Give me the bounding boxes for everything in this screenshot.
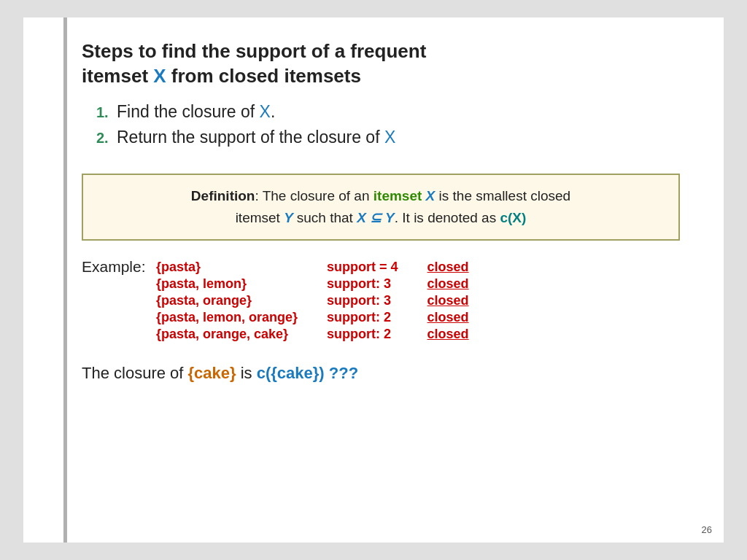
page-number: 26 <box>702 524 712 535</box>
example-table: {pasta} support = 4 closed {pasta, lemon… <box>156 260 469 342</box>
row-2-support: support: 3 <box>327 293 398 308</box>
step-2: 2. Return the support of the closure of … <box>96 128 680 147</box>
def-text2: is the smallest closed <box>439 188 571 203</box>
row-4-support: support: 2 <box>327 327 398 342</box>
definition-box: Definition: The closure of an itemset X … <box>82 174 680 241</box>
row-0-itemset: {pasta} <box>156 260 298 275</box>
closure-set: {cake} <box>188 364 236 382</box>
title-part2: itemset <box>82 65 153 87</box>
step-2-x: X <box>384 128 395 147</box>
row-1-closed: closed <box>427 276 469 292</box>
row-3-itemset: {pasta, lemon, orange} <box>156 310 298 325</box>
def-subset: X ⊆ Y <box>357 210 395 225</box>
step-1-num: 1. <box>96 104 111 121</box>
title-x: X <box>153 65 166 87</box>
row-0-closed: closed <box>427 260 469 275</box>
example-section: Example: {pasta} support = 4 closed {pas… <box>82 258 680 342</box>
row-3-support: support: 2 <box>327 310 398 325</box>
def-itemset: itemset <box>374 188 422 203</box>
title-part3: from closed itemsets <box>166 65 361 87</box>
def-text1: : The closure of an <box>255 188 373 203</box>
step-2-before: Return the support of the closure of <box>117 128 384 147</box>
row-0-support: support = 4 <box>327 260 398 275</box>
row-4-itemset: {pasta, orange, cake} <box>156 327 298 342</box>
def-text4: such that <box>297 210 357 225</box>
step-1-x: X <box>260 102 271 121</box>
step-1-after: . <box>271 102 275 121</box>
def-y: Y <box>284 210 297 225</box>
closure-text2: is <box>241 364 257 382</box>
row-1-itemset: {pasta, lemon} <box>156 276 298 292</box>
step-1: 1. Find the closure of X. <box>96 102 680 122</box>
def-label: Definition <box>191 188 255 203</box>
row-1-support: support: 3 <box>327 276 398 292</box>
definition-line2: itemset Y such that X ⊆ Y. It is denoted… <box>98 207 664 229</box>
step-2-num: 2. <box>96 130 111 147</box>
step-1-before: Find the closure of <box>117 102 260 121</box>
definition-line1: Definition: The closure of an itemset X … <box>98 185 664 207</box>
slide-title: Steps to find the support of a frequent … <box>82 39 680 89</box>
def-x: X <box>422 188 438 203</box>
step-1-text: Find the closure of X. <box>117 102 275 122</box>
def-text3: itemset <box>236 210 285 225</box>
closure-text1: The closure of <box>82 364 188 382</box>
def-text5: . It is denoted as <box>395 210 500 225</box>
closure-fn: c({cake}) ??? <box>257 364 358 382</box>
def-cx: c(X) <box>500 210 526 225</box>
row-4-closed: closed <box>427 327 469 342</box>
row-2-closed: closed <box>427 293 469 308</box>
closure-line: The closure of {cake} is c({cake}) ??? <box>82 364 680 383</box>
slide: Steps to find the support of a frequent … <box>23 18 724 542</box>
title-part1: Steps to find the support of a frequent <box>82 40 426 62</box>
row-2-itemset: {pasta, orange} <box>156 293 298 308</box>
left-bar-inner <box>23 18 63 542</box>
step-2-text: Return the support of the closure of X <box>117 128 395 147</box>
row-3-closed: closed <box>427 310 469 325</box>
steps-list: 1. Find the closure of X. 2. Return the … <box>82 102 680 153</box>
example-label: Example: <box>82 258 146 276</box>
